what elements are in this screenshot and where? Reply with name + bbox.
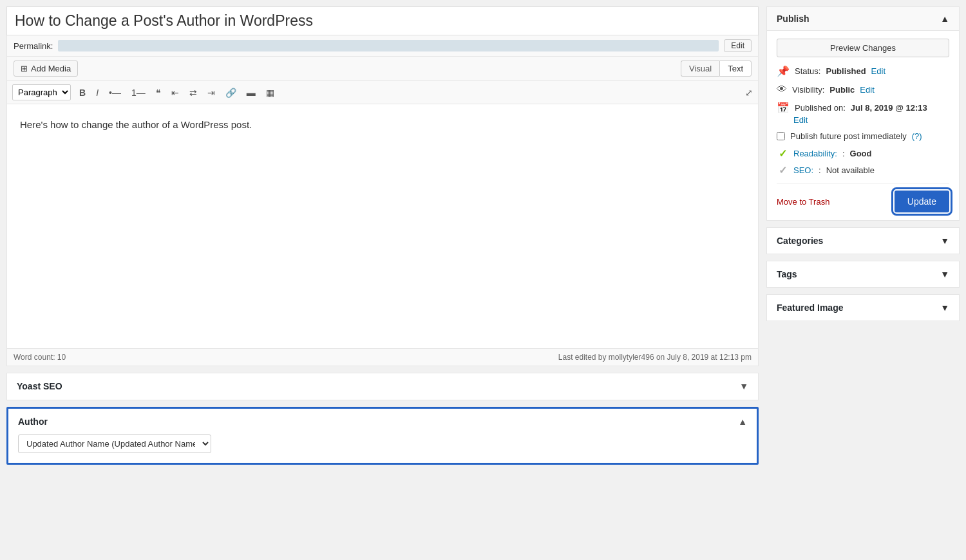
categories-title: Categories <box>777 236 823 246</box>
future-post-help-icon: (?) <box>912 131 922 141</box>
author-chevron-up-icon: ▲ <box>738 416 747 427</box>
publish-chevron-up-icon: ▲ <box>940 14 949 24</box>
text-tab[interactable]: Text <box>719 61 752 77</box>
status-value: Published <box>826 66 866 76</box>
featured-image-title: Featured Image <box>777 303 843 313</box>
published-on-label: Published on: <box>795 103 846 113</box>
ordered-list-button[interactable]: 1— <box>127 86 150 100</box>
last-edited: Last edited by mollytyler496 on July 8, … <box>558 353 752 362</box>
tags-title: Tags <box>777 269 797 279</box>
featured-image-panel: Featured Image ▼ <box>766 294 960 321</box>
author-panel-title: Author <box>18 416 48 427</box>
move-to-trash-link[interactable]: Move to Trash <box>777 197 829 207</box>
seo-icon: ✓ <box>777 164 788 176</box>
paragraph-format-select[interactable]: Paragraph <box>12 84 71 100</box>
published-on-value: Jul 8, 2019 @ 12:13 <box>851 103 927 113</box>
calendar-icon: 📅 <box>777 102 790 114</box>
published-on-edit-link[interactable]: Edit <box>793 115 808 125</box>
featured-image-chevron-down-icon: ▼ <box>940 303 949 313</box>
author-panel: Author ▲ Updated Author Name (Updated Au… <box>6 407 759 465</box>
unordered-list-button[interactable]: •— <box>104 86 126 100</box>
preview-changes-button[interactable]: Preview Changes <box>777 39 949 57</box>
status-label: Status: <box>795 66 820 76</box>
align-right-button[interactable]: ⇥ <box>203 86 220 100</box>
categories-panel-header[interactable]: Categories ▼ <box>767 228 959 254</box>
future-post-label: Publish future post immediately <box>790 131 907 141</box>
post-title-input[interactable] <box>6 6 759 35</box>
align-left-button[interactable]: ⇤ <box>167 86 184 100</box>
align-center-button[interactable]: ⇄ <box>185 86 202 100</box>
permalink-edit-button[interactable]: Edit <box>724 39 752 52</box>
tags-chevron-down-icon: ▼ <box>940 269 949 279</box>
update-button[interactable]: Update <box>895 191 949 212</box>
seo-value: Not available <box>826 165 875 175</box>
author-panel-header[interactable]: Author ▲ <box>8 409 757 434</box>
status-icon: 📌 <box>777 65 790 77</box>
yoast-seo-title: Yoast SEO <box>17 381 62 391</box>
add-media-button[interactable]: ⊞ Add Media <box>14 61 78 77</box>
future-post-checkbox[interactable] <box>777 132 785 140</box>
yoast-seo-panel: Yoast SEO ▼ <box>6 373 759 400</box>
publish-panel-title: Publish <box>777 14 810 24</box>
editor-paragraph: Here's how to change the author of a Wor… <box>20 117 745 133</box>
publish-panel-header[interactable]: Publish ▲ <box>767 7 959 31</box>
editor-content[interactable]: Here's how to change the author of a Wor… <box>6 104 759 349</box>
featured-image-panel-header[interactable]: Featured Image ▼ <box>767 295 959 321</box>
visibility-label: Visibility: <box>792 85 824 95</box>
categories-panel: Categories ▼ <box>766 227 960 254</box>
publish-panel: Publish ▲ Preview Changes 📌 Status: Publ… <box>766 6 960 221</box>
insert-button[interactable]: ▬ <box>242 86 260 100</box>
readability-link[interactable]: Readability: <box>793 149 837 158</box>
blockquote-button[interactable]: ❝ <box>151 86 166 100</box>
tags-panel-header[interactable]: Tags ▼ <box>767 261 959 287</box>
seo-link[interactable]: SEO: <box>793 165 813 175</box>
fullscreen-button[interactable]: ⤢ <box>745 88 753 98</box>
visibility-icon: 👁 <box>777 84 787 95</box>
table-button[interactable]: ▦ <box>261 86 279 100</box>
word-count: Word count: 10 <box>14 353 66 362</box>
visibility-edit-link[interactable]: Edit <box>860 85 874 95</box>
permalink-url-display <box>58 40 719 51</box>
author-select[interactable]: Updated Author Name (Updated Author Name… <box>18 434 211 453</box>
link-button[interactable]: 🔗 <box>221 86 241 100</box>
readability-value: Good <box>850 149 872 158</box>
yoast-chevron-down-icon: ▼ <box>739 381 748 391</box>
readability-separator: : <box>842 149 845 158</box>
yoast-seo-panel-header[interactable]: Yoast SEO ▼ <box>7 373 758 400</box>
add-media-label: Add Media <box>31 64 71 73</box>
seo-separator: : <box>819 165 821 175</box>
status-edit-link[interactable]: Edit <box>871 66 886 76</box>
add-media-icon: ⊞ <box>21 64 28 73</box>
readability-icon: ✓ <box>777 147 788 159</box>
permalink-label: Permalink: <box>14 41 53 51</box>
visual-tab[interactable]: Visual <box>681 61 719 77</box>
visibility-value: Public <box>829 85 855 95</box>
bold-button[interactable]: B <box>75 86 90 100</box>
tags-panel: Tags ▼ <box>766 261 960 288</box>
italic-button[interactable]: I <box>91 86 103 100</box>
categories-chevron-down-icon: ▼ <box>940 236 949 246</box>
